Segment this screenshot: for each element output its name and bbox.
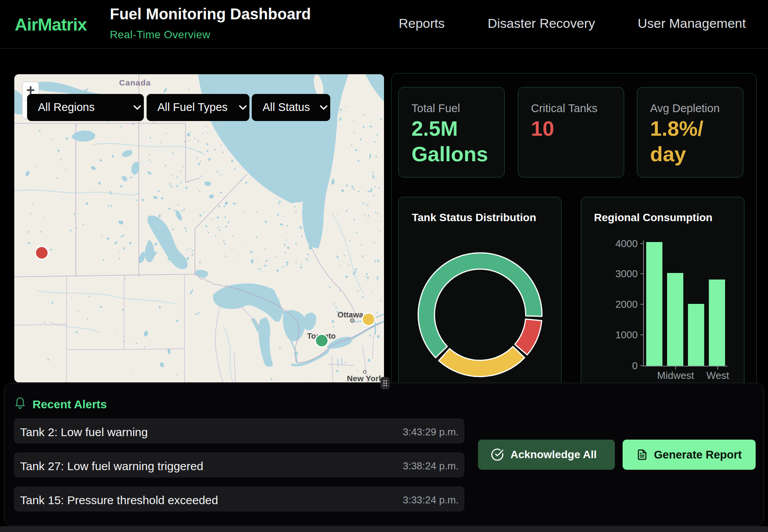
- svg-text:1000: 1000: [615, 329, 638, 341]
- svg-text:4000: 4000: [615, 238, 638, 249]
- svg-text:Canada: Canada: [119, 78, 151, 87]
- svg-text:3000: 3000: [615, 268, 638, 280]
- svg-text:West: West: [707, 370, 730, 381]
- svg-text:2000: 2000: [615, 298, 638, 310]
- svg-text:New York: New York: [347, 374, 383, 382]
- svg-text:0: 0: [632, 360, 638, 372]
- svg-text:Midwest: Midwest: [657, 370, 694, 381]
- svg-text:Ottawa: Ottawa: [338, 310, 364, 319]
